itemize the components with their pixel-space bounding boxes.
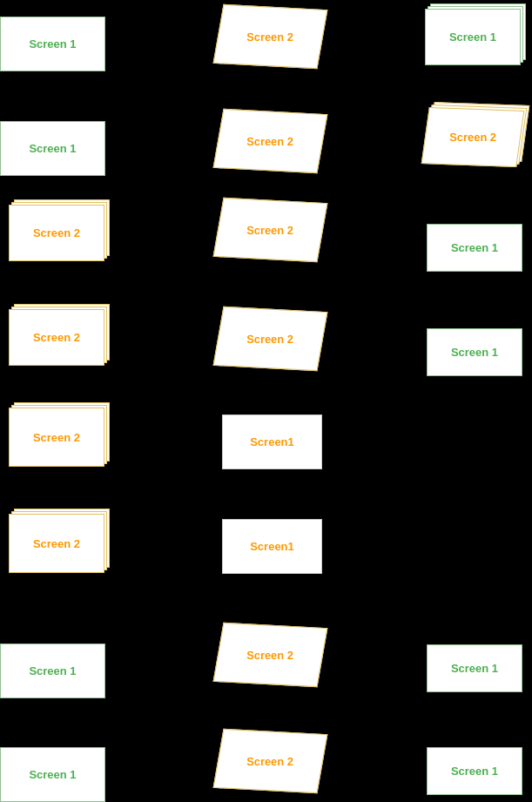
card-r4c0: Screen 2 [9,408,104,467]
card-r5c1: Screen1 [222,519,322,574]
card-r0c2: Screen 1 [425,9,521,65]
card-r7c0: Screen 1 [0,747,105,802]
card-r6c1: Screen 2 [213,623,328,687]
card-r3c1: Screen 2 [213,307,328,371]
card-r1c2: Screen 2 [425,109,521,165]
card-r5c0: Screen 2 [9,514,104,573]
card-r2c0: Screen 2 [9,205,104,261]
card-r3c0: Screen 2 [9,309,104,366]
card-r0c0: Screen 1 [0,17,105,71]
card-r0c1: Screen 2 [213,4,328,69]
card-r2c1: Screen 2 [213,198,328,262]
card-r3c2: Screen 1 [427,328,522,376]
card-r1c1: Screen 2 [213,109,328,173]
card-r4c1: Screen1 [222,414,322,469]
card-r2c2: Screen 1 [427,224,522,272]
card-r6c2: Screen 1 [427,644,522,692]
card-r7c1: Screen 2 [213,729,328,793]
card-r7c2: Screen 1 [427,747,522,795]
card-r1c0: Screen 1 [0,121,105,176]
card-r6c0: Screen 1 [0,644,105,698]
